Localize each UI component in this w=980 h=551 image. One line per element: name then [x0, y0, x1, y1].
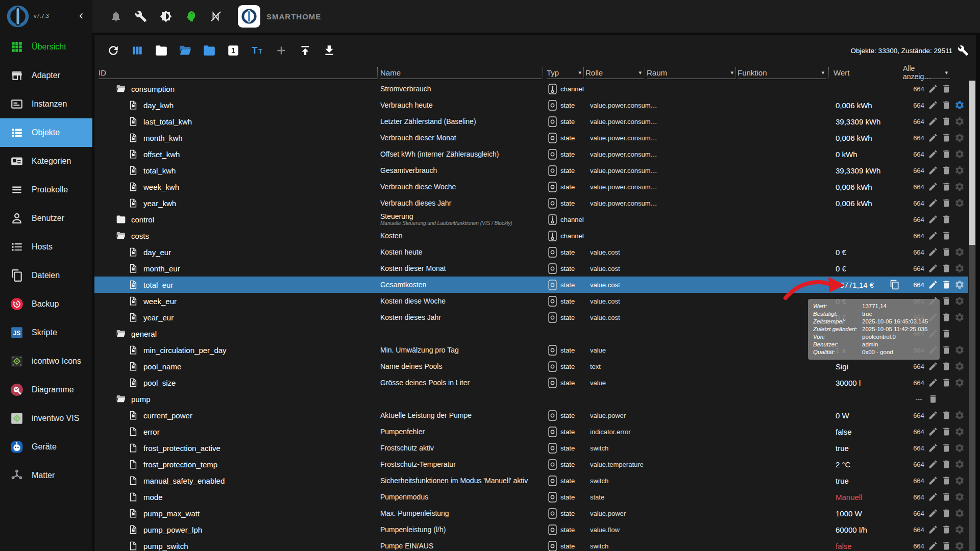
settings-object-button[interactable] — [954, 377, 965, 388]
folder-filled-icon[interactable] — [203, 44, 216, 57]
sidebar-item-kategorien[interactable]: Kategorien — [0, 147, 92, 176]
object-value[interactable]: 0 W — [836, 407, 849, 423]
text-format-icon[interactable]: TT — [251, 44, 264, 57]
object-value[interactable]: 0 € — [836, 260, 846, 277]
sidebar-item-benutzer[interactable]: Benutzer — [0, 204, 92, 233]
edit-object-button[interactable] — [927, 475, 939, 486]
filter-function-select[interactable]: Funktion▾ — [738, 66, 826, 79]
delete-object-button[interactable] — [941, 230, 952, 241]
download-icon[interactable] — [323, 44, 336, 57]
sidebar-item-skripte[interactable]: JSSkripte — [0, 318, 92, 347]
delete-object-button[interactable] — [941, 344, 952, 356]
delete-object-button[interactable] — [941, 148, 952, 160]
delete-object-button[interactable] — [941, 83, 952, 94]
settings-object-button[interactable] — [954, 475, 965, 486]
delete-object-button[interactable] — [941, 312, 952, 323]
settings-object-button[interactable] — [954, 508, 965, 519]
delete-object-button[interactable] — [941, 181, 952, 192]
edit-object-button[interactable] — [927, 246, 939, 258]
edit-object-button[interactable] — [927, 263, 939, 274]
edit-object-button[interactable] — [927, 132, 939, 143]
object-value[interactable]: 39,3309 kWh — [836, 162, 880, 179]
table-row[interactable]: pump_power_lphPumpenleistung (l/h)statev… — [94, 521, 968, 538]
edit-object-button[interactable] — [927, 181, 939, 192]
delete-object-button[interactable] — [941, 377, 952, 388]
edit-object-button[interactable] — [927, 491, 939, 503]
object-value[interactable]: true — [836, 440, 849, 456]
sidebar-item-objekte[interactable]: Objekte — [0, 118, 92, 147]
object-value[interactable]: 0,006 kWh — [836, 195, 872, 211]
table-row[interactable]: errorPumpenfehlerstateindicator.errorfal… — [94, 423, 968, 440]
settings-wrench-icon[interactable] — [135, 10, 147, 22]
delete-object-button[interactable] — [941, 214, 952, 225]
settings-object-button[interactable] — [954, 279, 965, 290]
refresh-icon[interactable] — [107, 44, 120, 57]
object-value[interactable]: 0,006 kWh — [836, 97, 872, 113]
delete-object-button[interactable] — [941, 99, 952, 111]
settings-object-button[interactable] — [954, 181, 965, 192]
table-row[interactable]: year_kwhVerbrauch dieses Jahrstatevalue.… — [94, 195, 968, 211]
app-logo[interactable] — [238, 5, 260, 28]
theme-toggle-icon[interactable] — [160, 10, 172, 22]
table-row[interactable]: manual_safety_enabledSicherheitsfunktion… — [94, 472, 968, 489]
object-value[interactable]: true — [836, 472, 849, 489]
folder-open-icon[interactable] — [179, 44, 192, 57]
delete-object-button[interactable] — [941, 295, 952, 307]
settings-object-button[interactable] — [954, 410, 965, 421]
table-row[interactable]: controlSteuerungManuelle Steuerung und L… — [94, 211, 968, 228]
upload-icon[interactable] — [299, 44, 312, 57]
object-value[interactable]: 60000 l/h — [836, 521, 867, 538]
edit-object-button[interactable] — [927, 83, 939, 94]
table-row[interactable]: pump_switchPumpe EIN/AUSstateswitchfalse… — [94, 538, 968, 551]
sidebar-item-geraete[interactable]: Geräte — [0, 433, 92, 461]
object-value[interactable]: false — [836, 538, 852, 551]
settings-object-button[interactable] — [954, 116, 965, 127]
settings-object-button[interactable] — [954, 312, 965, 323]
delete-object-button[interactable] — [941, 540, 952, 551]
edit-object-button[interactable] — [927, 377, 939, 388]
edit-object-button[interactable] — [927, 214, 939, 225]
object-value[interactable]: 0,006 kWh — [836, 130, 872, 146]
settings-object-button[interactable] — [954, 246, 965, 258]
settings-object-button[interactable] — [954, 165, 965, 176]
settings-object-button[interactable] — [954, 491, 965, 503]
sidebar-item-diagramme[interactable]: Diagramme — [0, 375, 92, 404]
edit-object-button[interactable] — [927, 165, 939, 176]
table-row[interactable]: costsKostenchannel664 — [94, 228, 968, 244]
settings-object-button[interactable] — [954, 540, 965, 551]
delete-object-button[interactable] — [927, 393, 939, 405]
sidebar-item-dateien[interactable]: Dateien — [0, 261, 92, 290]
sidebar-item-protokolle[interactable]: Protokolle — [0, 176, 92, 204]
settings-object-button[interactable] — [954, 99, 965, 111]
settings-object-button[interactable] — [954, 295, 965, 307]
table-row[interactable]: offset_kwhOffset kWh (interner Zähleraus… — [94, 146, 968, 162]
table-row[interactable]: pump_max_wattMax. Pumpenleistungstateval… — [94, 505, 968, 521]
delete-object-button[interactable] — [941, 165, 952, 176]
show-all-select[interactable]: Alle anzeig…▾ — [903, 66, 950, 79]
table-row[interactable]: pump--- — [94, 391, 968, 407]
object-value[interactable]: 0 € — [836, 244, 846, 260]
notifications-icon[interactable] — [110, 10, 122, 22]
table-row[interactable]: pool_sizeGrösse deines Pools in Litersta… — [94, 374, 968, 391]
settings-object-button[interactable] — [954, 524, 965, 535]
edit-object-button[interactable] — [927, 197, 939, 209]
object-value[interactable]: false — [836, 423, 852, 440]
filter-role-select[interactable]: Rolle▾ — [585, 66, 644, 79]
edit-object-button[interactable] — [927, 148, 939, 160]
object-value[interactable]: Sigi — [836, 358, 848, 374]
delete-object-button[interactable] — [941, 246, 952, 258]
expert-mode-icon[interactable] — [185, 10, 197, 22]
wrench-icon[interactable] — [958, 45, 969, 56]
object-value[interactable]: Manuell — [836, 489, 863, 505]
edit-object-button[interactable] — [927, 540, 939, 551]
object-value[interactable]: 30000 l — [836, 374, 861, 391]
edit-object-button[interactable] — [927, 99, 939, 111]
delete-object-button[interactable] — [941, 197, 952, 209]
settings-object-button[interactable] — [954, 361, 965, 372]
edit-object-button[interactable] — [927, 459, 939, 470]
table-row[interactable]: month_kwhVerbrauch dieser Monatstatevalu… — [94, 130, 968, 146]
edit-object-button[interactable] — [927, 410, 939, 421]
settings-object-button[interactable] — [954, 197, 965, 209]
object-value[interactable]: 39,3309 kWh — [836, 113, 880, 130]
table-row[interactable]: week_kwhVerbrauch diese Wochestatevalue.… — [94, 179, 968, 195]
